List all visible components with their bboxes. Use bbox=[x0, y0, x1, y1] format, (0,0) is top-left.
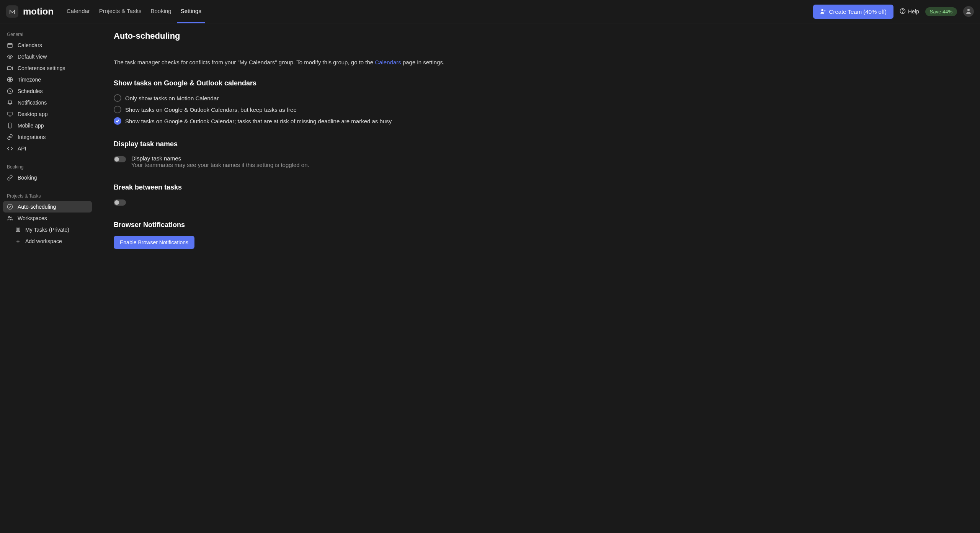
check-circle-icon bbox=[7, 204, 13, 210]
mobile-icon bbox=[7, 123, 13, 129]
svg-point-14 bbox=[11, 217, 12, 218]
radio-icon bbox=[114, 106, 121, 113]
display-names-section: Display task names Display task names Yo… bbox=[114, 140, 962, 168]
sidebar-item-auto-scheduling[interactable]: Auto-scheduling bbox=[3, 201, 92, 213]
nav-calendar[interactable]: Calendar bbox=[63, 0, 94, 23]
browser-notifications-section: Browser Notifications Enable Browser Not… bbox=[114, 221, 962, 249]
svg-point-13 bbox=[8, 216, 10, 218]
show-tasks-section: Show tasks on Google & Outlook calendars… bbox=[114, 79, 962, 125]
sidebar-item-label: Schedules bbox=[18, 88, 42, 94]
calendars-link[interactable]: Calendars bbox=[375, 59, 401, 65]
sidebar-item-notifications[interactable]: Notifications bbox=[3, 97, 92, 108]
sidebar-item-label: Conference settings bbox=[18, 65, 65, 71]
brand-name: motion bbox=[23, 6, 54, 17]
svg-rect-16 bbox=[18, 228, 18, 231]
svg-rect-17 bbox=[19, 228, 20, 231]
sidebar-item-label: Booking bbox=[18, 175, 37, 181]
help-label: Help bbox=[908, 8, 919, 15]
browser-notifications-heading: Browser Notifications bbox=[114, 221, 962, 229]
save-badge[interactable]: Save 44% bbox=[925, 7, 957, 16]
svg-point-0 bbox=[821, 9, 823, 11]
sidebar-item-label: Default view bbox=[18, 54, 47, 60]
svg-rect-15 bbox=[16, 228, 17, 231]
sidebar-item-desktop-app[interactable]: Desktop app bbox=[3, 108, 92, 120]
radio-icon-checked bbox=[114, 117, 121, 125]
svg-rect-4 bbox=[8, 43, 12, 47]
user-icon bbox=[965, 8, 972, 16]
sidebar-item-label: Calendars bbox=[18, 42, 42, 48]
nav-settings[interactable]: Settings bbox=[177, 0, 205, 23]
display-names-toggle[interactable] bbox=[114, 156, 126, 162]
nav-booking[interactable]: Booking bbox=[147, 0, 175, 23]
calendar-icon bbox=[7, 42, 13, 48]
sidebar-item-calendars[interactable]: Calendars bbox=[3, 39, 92, 51]
sidebar-item-timezone[interactable]: Timezone bbox=[3, 74, 92, 85]
sidebar-item-label: Workspaces bbox=[18, 215, 47, 221]
help-button[interactable]: Help bbox=[900, 8, 919, 15]
users-icon bbox=[7, 215, 13, 221]
display-names-toggle-help: Your teammates may see your task names i… bbox=[131, 162, 309, 168]
display-names-heading: Display task names bbox=[114, 140, 962, 148]
svg-point-2 bbox=[902, 12, 903, 12]
display-names-row: Display task names Your teammates may se… bbox=[114, 155, 962, 168]
sidebar-section-projects-tasks: Projects & Tasks bbox=[3, 190, 92, 201]
radio-option-2[interactable]: Show tasks on Google & Outlook Calendar;… bbox=[114, 117, 962, 125]
sidebar-item-schedules[interactable]: Schedules bbox=[3, 85, 92, 97]
break-between-section: Break between tasks bbox=[114, 183, 962, 206]
create-team-label: Create Team (40% off) bbox=[829, 8, 887, 15]
svg-rect-6 bbox=[7, 67, 11, 70]
sidebar-item-integrations[interactable]: Integrations bbox=[3, 131, 92, 143]
radio-label: Show tasks on Google & Outlook Calendars… bbox=[125, 106, 297, 113]
main-content: Auto-scheduling The task manager checks … bbox=[95, 23, 980, 533]
radio-option-0[interactable]: Only show tasks on Motion Calendar bbox=[114, 94, 962, 102]
sidebar-item-workspaces[interactable]: Workspaces bbox=[3, 213, 92, 224]
sidebar-item-label: Notifications bbox=[18, 100, 47, 106]
sidebar: General Calendars Default view Conferenc… bbox=[0, 23, 95, 533]
break-between-heading: Break between tasks bbox=[114, 183, 962, 191]
show-tasks-heading: Show tasks on Google & Outlook calendars bbox=[114, 79, 962, 87]
topbar-right: Create Team (40% off) Help Save 44% bbox=[813, 5, 974, 19]
user-plus-icon bbox=[820, 8, 826, 15]
clock-icon bbox=[7, 88, 13, 94]
sidebar-item-api[interactable]: API bbox=[3, 143, 92, 154]
sidebar-item-label: API bbox=[18, 146, 26, 152]
svg-rect-9 bbox=[8, 112, 12, 115]
description-line: The task manager checks for conflicts fr… bbox=[114, 59, 962, 65]
show-tasks-radio-group: Only show tasks on Motion Calendar Show … bbox=[114, 94, 962, 125]
sidebar-item-label: Auto-scheduling bbox=[18, 204, 56, 210]
topbar: motion Calendar Projects & Tasks Booking… bbox=[0, 0, 980, 23]
sidebar-item-label: Integrations bbox=[18, 134, 46, 140]
sidebar-item-conference-settings[interactable]: Conference settings bbox=[3, 62, 92, 74]
link-icon bbox=[7, 134, 13, 140]
radio-label: Show tasks on Google & Outlook Calendar;… bbox=[125, 118, 392, 124]
desktop-icon bbox=[7, 111, 13, 117]
svg-point-12 bbox=[7, 204, 12, 209]
sidebar-item-label: Timezone bbox=[18, 77, 41, 83]
avatar[interactable] bbox=[963, 6, 974, 17]
logo-icon bbox=[6, 5, 18, 18]
sidebar-item-my-tasks-private[interactable]: My Tasks (Private) bbox=[3, 224, 92, 235]
enable-browser-notifications-button[interactable]: Enable Browser Notifications bbox=[114, 236, 194, 249]
create-team-button[interactable]: Create Team (40% off) bbox=[813, 5, 893, 19]
sidebar-item-mobile-app[interactable]: Mobile app bbox=[3, 120, 92, 131]
sidebar-section-booking: Booking bbox=[3, 160, 92, 172]
sidebar-item-add-workspace[interactable]: Add workspace bbox=[3, 235, 92, 247]
svg-point-3 bbox=[967, 9, 970, 11]
sidebar-item-default-view[interactable]: Default view bbox=[3, 51, 92, 62]
plus-icon bbox=[15, 239, 21, 244]
description-before: The task manager checks for conflicts fr… bbox=[114, 59, 375, 65]
page-title: Auto-scheduling bbox=[114, 31, 962, 41]
sidebar-item-booking[interactable]: Booking bbox=[3, 172, 92, 183]
description-after: page in settings. bbox=[403, 59, 444, 65]
eye-icon bbox=[7, 54, 13, 60]
radio-label: Only show tasks on Motion Calendar bbox=[125, 95, 219, 101]
radio-option-1[interactable]: Show tasks on Google & Outlook Calendars… bbox=[114, 106, 962, 113]
break-between-row bbox=[114, 198, 962, 206]
sidebar-item-label: Add workspace bbox=[25, 238, 62, 244]
help-icon bbox=[900, 8, 906, 15]
nav-projects-tasks[interactable]: Projects & Tasks bbox=[95, 0, 145, 23]
sidebar-item-label: Mobile app bbox=[18, 123, 44, 129]
sidebar-item-label: Desktop app bbox=[18, 111, 48, 117]
video-icon bbox=[7, 65, 13, 71]
break-between-toggle[interactable] bbox=[114, 199, 126, 206]
